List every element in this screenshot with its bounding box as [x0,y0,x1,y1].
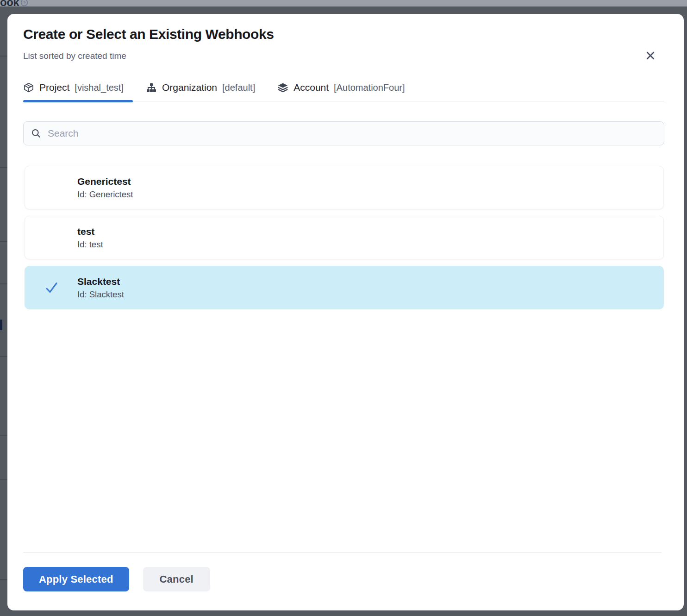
search-icon [31,128,41,138]
tab-context: [default] [222,82,255,93]
webhook-item-test[interactable]: test Id: test [25,216,664,259]
background-content-remnant [0,435,7,436]
close-icon [644,49,657,62]
item-name: Slacktest [77,276,124,287]
close-button[interactable] [643,48,658,63]
background-content-remnant [0,479,7,480]
tab-organization[interactable]: Organization [default] [146,82,260,101]
tab-label: Project [39,82,69,93]
dialog-title: Create or Select an Existing Webhooks [23,25,664,43]
tab-label: Organization [162,82,217,93]
org-chart-icon [146,82,157,93]
item-id: Id: Slacktest [77,289,124,299]
help-icon: ? [20,0,28,6]
item-name: Generictest [77,176,133,187]
scope-tabs: Project [vishal_test] Organization [defa… [23,82,664,101]
search-input[interactable] [48,128,656,139]
webhook-select-dialog: Create or Select an Existing Webhooks Li… [7,14,684,610]
dialog-subtitle: List sorted by created time [23,50,664,62]
item-name: test [77,226,103,237]
layers-icon [277,82,288,93]
apply-selected-button[interactable]: Apply Selected [23,567,129,591]
background-content-remnant [0,167,7,168]
background-content-remnant [0,56,7,57]
tab-label: Account [294,82,329,93]
cancel-button[interactable]: Cancel [143,567,210,591]
check-icon [44,280,59,295]
tab-account[interactable]: Account [AutomationFour] [277,82,409,101]
background-content-remnant [0,320,2,330]
tab-context: [vishal_test] [75,82,124,93]
tab-project[interactable]: Project [vishal_test] [23,82,128,101]
webhook-item-generictest[interactable]: Generictest Id: Generictest [25,166,664,209]
background-content-remnant [0,579,7,580]
dialog-footer: Apply Selected Cancel [23,552,662,591]
item-id: Id: Generictest [77,189,133,199]
item-id: Id: test [77,239,103,249]
search-box [23,121,664,145]
background-content-remnant [0,283,7,284]
webhook-list: Generictest Id: Generictest test Id: tes… [23,166,664,309]
background-content-remnant [0,241,7,242]
webhook-item-slacktest[interactable]: Slacktest Id: Slacktest [25,266,664,309]
background-page-title-fragment: ook [0,0,19,6]
svg-text:?: ? [23,0,26,5]
package-icon [23,82,34,93]
background-content-remnant [0,356,7,357]
tab-context: [AutomationFour] [334,82,405,93]
background-page-header: ook ? [0,0,687,6]
